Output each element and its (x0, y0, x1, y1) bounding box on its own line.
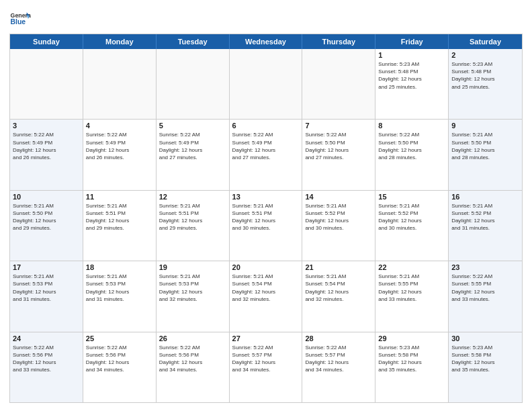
calendar-page: General Blue SundayMondayTuesdayWednesda… (0, 0, 532, 411)
day-cell-15: 15Sunrise: 5:21 AM Sunset: 5:52 PM Dayli… (375, 191, 449, 261)
day-number: 7 (305, 122, 372, 130)
day-info: Sunrise: 5:22 AM Sunset: 5:56 PM Dayligh… (86, 344, 153, 374)
empty-cell (83, 49, 157, 119)
day-info: Sunrise: 5:21 AM Sunset: 5:53 PM Dayligh… (86, 273, 153, 303)
day-info: Sunrise: 5:21 AM Sunset: 5:51 PM Dayligh… (159, 202, 226, 232)
day-number: 2 (451, 51, 519, 59)
day-number: 25 (86, 334, 153, 342)
day-cell-14: 14Sunrise: 5:21 AM Sunset: 5:52 PM Dayli… (302, 191, 375, 261)
day-number: 27 (232, 334, 300, 342)
day-cell-19: 19Sunrise: 5:21 AM Sunset: 5:53 PM Dayli… (157, 261, 230, 331)
day-cell-7: 7Sunrise: 5:22 AM Sunset: 5:50 PM Daylig… (302, 120, 375, 189)
header: General Blue (9, 8, 523, 30)
day-number: 30 (451, 334, 519, 342)
calendar-row-1: 1Sunrise: 5:23 AM Sunset: 5:48 PM Daylig… (10, 49, 522, 120)
day-info: Sunrise: 5:21 AM Sunset: 5:53 PM Dayligh… (13, 273, 80, 303)
day-number: 14 (305, 193, 372, 201)
header-day-sunday: Sunday (10, 34, 83, 49)
header-day-tuesday: Tuesday (157, 34, 230, 49)
day-number: 1 (378, 51, 445, 59)
day-cell-4: 4Sunrise: 5:22 AM Sunset: 5:49 PM Daylig… (83, 120, 157, 189)
day-info: Sunrise: 5:21 AM Sunset: 5:50 PM Dayligh… (13, 202, 80, 232)
day-number: 16 (451, 193, 519, 201)
empty-cell (302, 49, 375, 119)
day-number: 5 (159, 122, 226, 130)
day-info: Sunrise: 5:22 AM Sunset: 5:49 PM Dayligh… (159, 131, 226, 161)
day-info: Sunrise: 5:22 AM Sunset: 5:57 PM Dayligh… (305, 344, 372, 374)
day-info: Sunrise: 5:23 AM Sunset: 5:58 PM Dayligh… (451, 344, 519, 374)
day-number: 28 (305, 334, 372, 342)
day-number: 9 (451, 122, 519, 130)
day-cell-22: 22Sunrise: 5:21 AM Sunset: 5:55 PM Dayli… (375, 261, 449, 331)
header-day-monday: Monday (83, 34, 157, 49)
day-cell-28: 28Sunrise: 5:22 AM Sunset: 5:57 PM Dayli… (302, 332, 375, 402)
day-info: Sunrise: 5:23 AM Sunset: 5:48 PM Dayligh… (378, 60, 445, 91)
day-number: 11 (86, 193, 153, 201)
day-number: 3 (13, 122, 80, 130)
header-day-saturday: Saturday (449, 34, 522, 49)
day-number: 26 (159, 334, 226, 342)
day-info: Sunrise: 5:21 AM Sunset: 5:54 PM Dayligh… (232, 273, 300, 303)
day-info: Sunrise: 5:22 AM Sunset: 5:50 PM Dayligh… (378, 131, 445, 161)
day-cell-23: 23Sunrise: 5:22 AM Sunset: 5:55 PM Dayli… (449, 261, 522, 331)
header-day-friday: Friday (375, 34, 449, 49)
day-info: Sunrise: 5:23 AM Sunset: 5:48 PM Dayligh… (451, 60, 519, 91)
day-cell-2: 2Sunrise: 5:23 AM Sunset: 5:48 PM Daylig… (449, 49, 522, 119)
header-day-thursday: Thursday (302, 34, 375, 49)
day-info: Sunrise: 5:21 AM Sunset: 5:52 PM Dayligh… (305, 202, 372, 232)
day-number: 6 (232, 122, 300, 130)
day-number: 13 (232, 193, 300, 201)
day-number: 4 (86, 122, 153, 130)
calendar-row-5: 24Sunrise: 5:22 AM Sunset: 5:56 PM Dayli… (10, 332, 522, 402)
day-info: Sunrise: 5:22 AM Sunset: 5:56 PM Dayligh… (13, 344, 80, 374)
day-number: 23 (451, 263, 519, 271)
day-info: Sunrise: 5:21 AM Sunset: 5:52 PM Dayligh… (378, 202, 445, 232)
day-info: Sunrise: 5:22 AM Sunset: 5:49 PM Dayligh… (86, 131, 153, 161)
day-info: Sunrise: 5:21 AM Sunset: 5:51 PM Dayligh… (86, 202, 153, 232)
day-info: Sunrise: 5:23 AM Sunset: 5:58 PM Dayligh… (378, 344, 445, 374)
day-number: 15 (378, 193, 445, 201)
day-cell-12: 12Sunrise: 5:21 AM Sunset: 5:51 PM Dayli… (157, 191, 230, 261)
day-cell-9: 9Sunrise: 5:21 AM Sunset: 5:50 PM Daylig… (449, 120, 522, 189)
day-info: Sunrise: 5:22 AM Sunset: 5:49 PM Dayligh… (13, 131, 80, 161)
day-number: 29 (378, 334, 445, 342)
day-cell-25: 25Sunrise: 5:22 AM Sunset: 5:56 PM Dayli… (83, 332, 157, 402)
calendar-header: SundayMondayTuesdayWednesdayThursdayFrid… (10, 34, 522, 49)
day-number: 19 (159, 263, 226, 271)
day-info: Sunrise: 5:22 AM Sunset: 5:49 PM Dayligh… (232, 131, 300, 161)
day-info: Sunrise: 5:21 AM Sunset: 5:51 PM Dayligh… (232, 202, 300, 232)
day-info: Sunrise: 5:21 AM Sunset: 5:52 PM Dayligh… (451, 202, 519, 232)
day-cell-24: 24Sunrise: 5:22 AM Sunset: 5:56 PM Dayli… (10, 332, 83, 402)
day-cell-26: 26Sunrise: 5:22 AM Sunset: 5:56 PM Dayli… (157, 332, 230, 402)
day-cell-30: 30Sunrise: 5:23 AM Sunset: 5:58 PM Dayli… (449, 332, 522, 402)
day-number: 24 (13, 334, 80, 342)
day-info: Sunrise: 5:21 AM Sunset: 5:55 PM Dayligh… (378, 273, 445, 303)
calendar-row-4: 17Sunrise: 5:21 AM Sunset: 5:53 PM Dayli… (10, 261, 522, 332)
day-number: 21 (305, 263, 372, 271)
day-cell-6: 6Sunrise: 5:22 AM Sunset: 5:49 PM Daylig… (230, 120, 303, 189)
day-cell-18: 18Sunrise: 5:21 AM Sunset: 5:53 PM Dayli… (83, 261, 157, 331)
day-cell-5: 5Sunrise: 5:22 AM Sunset: 5:49 PM Daylig… (157, 120, 230, 189)
logo: General Blue (9, 8, 31, 30)
svg-text:Blue: Blue (11, 18, 26, 26)
empty-cell (157, 49, 230, 119)
calendar-body: 1Sunrise: 5:23 AM Sunset: 5:48 PM Daylig… (10, 49, 522, 402)
day-info: Sunrise: 5:21 AM Sunset: 5:53 PM Dayligh… (159, 273, 226, 303)
empty-cell (230, 49, 303, 119)
day-number: 8 (378, 122, 445, 130)
day-info: Sunrise: 5:22 AM Sunset: 5:57 PM Dayligh… (232, 344, 300, 374)
day-info: Sunrise: 5:22 AM Sunset: 5:50 PM Dayligh… (305, 131, 372, 161)
day-info: Sunrise: 5:21 AM Sunset: 5:54 PM Dayligh… (305, 273, 372, 303)
day-info: Sunrise: 5:22 AM Sunset: 5:55 PM Dayligh… (451, 273, 519, 303)
empty-cell (10, 49, 83, 119)
header-day-wednesday: Wednesday (230, 34, 303, 49)
day-cell-10: 10Sunrise: 5:21 AM Sunset: 5:50 PM Dayli… (10, 191, 83, 261)
day-cell-1: 1Sunrise: 5:23 AM Sunset: 5:48 PM Daylig… (375, 49, 449, 119)
day-info: Sunrise: 5:21 AM Sunset: 5:50 PM Dayligh… (451, 131, 519, 161)
day-info: Sunrise: 5:22 AM Sunset: 5:56 PM Dayligh… (159, 344, 226, 374)
day-cell-21: 21Sunrise: 5:21 AM Sunset: 5:54 PM Dayli… (302, 261, 375, 331)
day-number: 17 (13, 263, 80, 271)
day-number: 10 (13, 193, 80, 201)
day-cell-29: 29Sunrise: 5:23 AM Sunset: 5:58 PM Dayli… (375, 332, 449, 402)
day-cell-27: 27Sunrise: 5:22 AM Sunset: 5:57 PM Dayli… (230, 332, 303, 402)
